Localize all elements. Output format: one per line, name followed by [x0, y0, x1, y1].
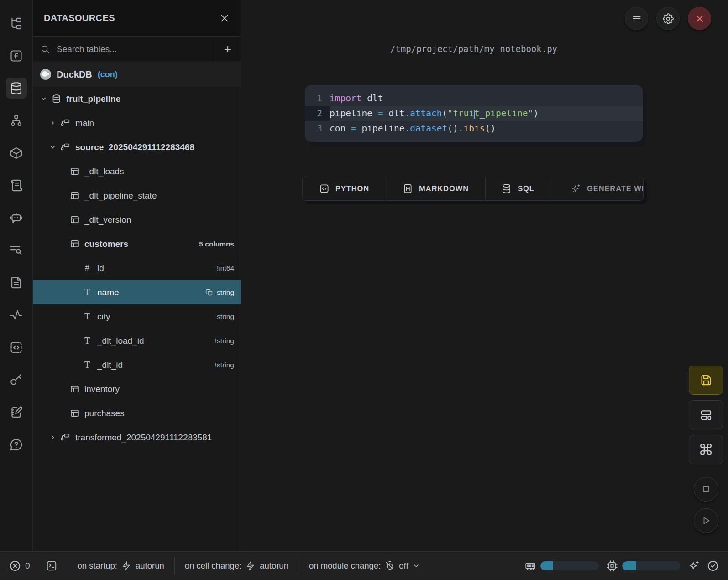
- scroll-tab[interactable]: [6, 175, 27, 196]
- tree-row-column-city[interactable]: T city string: [33, 304, 241, 329]
- tree-row-table-inventory[interactable]: inventory: [33, 377, 241, 401]
- logs-tab[interactable]: [6, 240, 27, 261]
- code-square-icon: [9, 340, 23, 355]
- on-module-change-setting[interactable]: on module change: off: [309, 561, 420, 571]
- on-module-change-label: on module change:: [309, 561, 381, 571]
- panel-close-button[interactable]: [220, 13, 230, 23]
- add-datasource-button[interactable]: +: [215, 37, 241, 62]
- function-tab[interactable]: [6, 45, 27, 66]
- save-button[interactable]: [689, 366, 723, 395]
- sparkles-icon: [571, 183, 581, 194]
- gear-icon: [663, 13, 674, 24]
- activity-bar: [0, 0, 33, 551]
- tree-row-schema-main[interactable]: main: [33, 111, 241, 135]
- code-text[interactable]: con = pipeline.dataset().ibis(): [330, 121, 643, 136]
- file-tree-tab[interactable]: [6, 13, 27, 34]
- packages-tab[interactable]: [6, 142, 27, 163]
- tree-label: _dlt_version: [84, 215, 131, 225]
- chevron-down-icon[interactable]: [40, 95, 51, 102]
- tree-row-schema-transformed[interactable]: transformed_202504291112283581: [33, 425, 241, 449]
- duckdb-logo: [40, 69, 51, 80]
- ram-usage-bar: [540, 561, 599, 570]
- menu-button[interactable]: [625, 7, 648, 30]
- add-markdown-cell-button[interactable]: MARKDOWN: [386, 177, 486, 200]
- tree-label: transformed_202504291112283581: [75, 433, 212, 443]
- tree-row-column-dlt-load-id[interactable]: T _dlt_load_id !string: [33, 329, 241, 353]
- tree-row-table-customers[interactable]: customers 5 columns: [33, 232, 241, 256]
- copy-icon[interactable]: [205, 288, 213, 296]
- tracing-tab[interactable]: [6, 304, 27, 325]
- on-startup-setting[interactable]: on startup: autorun: [78, 561, 164, 571]
- code-text[interactable]: pipeline = dlt.attach("fruit_pipeline"): [330, 106, 643, 121]
- line-number: 1: [305, 91, 330, 106]
- documentation-tab[interactable]: [6, 272, 27, 293]
- chevron-down-icon[interactable]: [49, 144, 60, 151]
- generate-with-ai-button[interactable]: GENERATE WIT: [550, 177, 644, 200]
- logs-search-icon: [9, 243, 23, 257]
- column-type-label: string: [205, 288, 234, 297]
- tree-row-table-dlt-pipeline-state[interactable]: _dlt_pipeline_state: [33, 183, 241, 208]
- run-button[interactable]: [694, 508, 718, 533]
- stop-icon: [701, 484, 712, 495]
- circle-check-icon: [707, 560, 719, 572]
- close-icon: [694, 13, 705, 24]
- tree-row-schema-source[interactable]: source_202504291112283468: [33, 135, 241, 159]
- add-sql-cell-button[interactable]: SQL: [486, 177, 550, 200]
- circle-x-icon: [9, 560, 21, 572]
- schema-icon: [60, 433, 70, 443]
- scroll-text-icon: [9, 178, 23, 193]
- chevron-right-icon[interactable]: [49, 434, 60, 441]
- floating-actions: ⌘: [689, 366, 723, 533]
- tree-row-column-id[interactable]: # id !int64: [33, 256, 241, 280]
- layout-toggle-button[interactable]: [689, 400, 723, 429]
- search-icon: [40, 44, 50, 54]
- kernel-status-indicator[interactable]: [707, 560, 719, 572]
- divider: [299, 557, 299, 575]
- chevron-right-icon[interactable]: [49, 120, 60, 126]
- resource-meters: [524, 560, 719, 572]
- on-module-change-value: off: [399, 561, 408, 571]
- divider: [174, 557, 175, 575]
- snippets-tab[interactable]: [6, 337, 27, 358]
- stop-button[interactable]: [694, 477, 718, 502]
- table-icon: [69, 215, 79, 225]
- scratchpad-tab[interactable]: [6, 402, 27, 423]
- chat-bot-icon: [9, 211, 23, 225]
- database-icon: [51, 94, 61, 104]
- column-count-badge: 5 columns: [199, 240, 234, 248]
- tree-row-column-name[interactable]: T name string: [33, 280, 241, 304]
- secrets-tab[interactable]: [6, 369, 27, 390]
- tree-row-table-dlt-loads[interactable]: _dlt_loads: [33, 159, 241, 183]
- connection-row[interactable]: DuckDB (con): [33, 62, 241, 87]
- add-python-cell-button[interactable]: PYTHON: [303, 177, 386, 200]
- help-tab[interactable]: [6, 434, 27, 455]
- database-icon: [9, 81, 23, 95]
- code-cell[interactable]: 1 import dlt 2 pipeline = dlt.attach("fr…: [305, 85, 643, 142]
- code-text[interactable]: import dlt: [330, 91, 643, 106]
- column-type-label: !string: [215, 337, 234, 345]
- datasources-tab[interactable]: [6, 78, 27, 99]
- table-icon: [69, 408, 79, 418]
- file-tree-icon: [9, 16, 23, 31]
- text-type-icon: T: [82, 336, 92, 346]
- command-palette-button[interactable]: ⌘: [689, 435, 723, 464]
- ai-assist-button[interactable]: [688, 560, 700, 572]
- app-window: DATASOURCES + DuckDB (con) fruit_pipelin…: [0, 0, 728, 551]
- shutdown-button[interactable]: [688, 7, 711, 30]
- tree-row-column-dlt-id[interactable]: T _dlt_id !string: [33, 353, 241, 377]
- terminal-button[interactable]: [46, 560, 58, 572]
- search-row: +: [33, 37, 241, 62]
- on-cell-change-setting[interactable]: on cell change: autorun: [185, 561, 288, 571]
- text-type-icon: T: [82, 287, 92, 298]
- tree-label: _dlt_load_id: [97, 336, 144, 346]
- panel-title: DATASOURCES: [44, 13, 115, 23]
- errors-indicator[interactable]: 0: [9, 560, 30, 572]
- tree-row-table-dlt-version[interactable]: _dlt_version: [33, 208, 241, 232]
- search-input[interactable]: [57, 44, 207, 54]
- database-icon: [501, 183, 512, 194]
- tree-row-database[interactable]: fruit_pipeline: [33, 87, 241, 111]
- dependency-graph-tab[interactable]: [6, 110, 27, 131]
- chat-tab[interactable]: [6, 207, 27, 228]
- tree-row-table-purchases[interactable]: purchases: [33, 401, 241, 425]
- settings-button[interactable]: [656, 7, 680, 30]
